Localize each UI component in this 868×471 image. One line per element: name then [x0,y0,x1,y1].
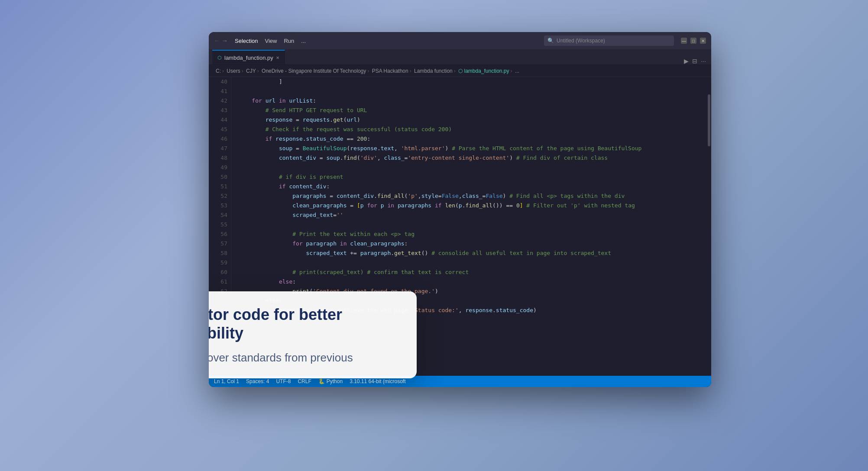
code-line-43: # Send HTTP GET request to URL [238,106,707,115]
maximize-button[interactable]: □ [690,38,696,44]
more-actions-button[interactable]: ··· [701,58,706,65]
run-controls: ▶ ⊟ ··· [679,58,711,65]
code-line-44: response = requests.get(url) [238,115,707,125]
code-line-54: scraped_text='' [238,210,707,220]
code-line-60: # print(scraped_text) # confirm that tex… [238,268,707,277]
minimize-button[interactable]: — [681,38,687,44]
slide-bullet-1: Bring over standards from previous [209,351,399,365]
forward-arrow[interactable]: → [222,37,228,44]
bc-users: Users [227,68,240,74]
code-line-61: else: [238,277,707,287]
bc-hackathon: PSA Hackathon [372,68,408,74]
line-num-49: 49 [214,163,227,172]
bc-c: C: [216,68,221,74]
status-line-ending[interactable]: CRLF [298,378,311,384]
slide-title: Refactor code for better readability [209,305,399,342]
back-arrow[interactable]: ← [214,37,220,44]
line-num-46: 46 [214,134,227,144]
search-bar[interactable]: 🔍 Untitled (Workspace) [544,35,674,46]
code-line-52: paragraphs = content_div.find_all('p',st… [238,191,707,201]
code-line-59 [238,258,707,268]
line-num-52: 52 [214,191,227,201]
code-line-57: for paragraph in clean_paragraphs: [238,239,707,248]
title-bar: ← → Selection View Run ... 🔍 Untitled (W… [209,32,711,49]
line-num-43: 43 [214,106,227,115]
status-version[interactable]: 3.10.11 64-bit (microsoft [350,378,405,384]
code-line-53: clean_paragraphs = [p for p in paragraph… [238,201,707,210]
status-encoding[interactable]: UTF-8 [276,378,291,384]
menu-bar: Selection View Run ... [235,38,541,44]
tab-file-icon: ⬡ [217,55,222,61]
line-num-51: 51 [214,182,227,191]
line-num-47: 47 [214,144,227,153]
run-button[interactable]: ▶ [684,58,689,65]
line-num-53: 53 [214,201,227,210]
scrollbar[interactable] [707,77,711,376]
line-num-50: 50 [214,172,227,182]
code-line-50: # if div is present [238,172,707,182]
line-num-44: 44 [214,115,227,125]
tab-close-button[interactable]: ✕ [276,55,279,60]
tab-filename: lambda_function.py [224,55,273,61]
split-editor-button[interactable]: ⊟ [692,58,697,65]
bc-lambda-folder: Lambda function [414,68,453,74]
nav-arrows: ← → [214,37,228,44]
code-line-51: if content_div: [238,182,707,191]
search-icon: 🔍 [547,38,554,44]
line-num-45: 45 [214,125,227,134]
python-icon: 🐍 [318,378,325,384]
slide-bullet-text-1: Bring over standards from previous [209,351,353,365]
line-num-57: 57 [214,239,227,248]
vscode-window: ← → Selection View Run ... 🔍 Untitled (W… [209,32,711,387]
menu-selection[interactable]: Selection [235,38,258,44]
breadcrumb-path: C:› Users› CJY› OneDrive - Singapore Ins… [216,68,519,74]
line-num-40: 40 [214,77,227,87]
code-line-41 [238,87,707,96]
bc-cjy: CJY [246,68,256,74]
status-language[interactable]: 🐍 Python [318,378,343,384]
code-line-48: content_div = soup.find('div', class_='e… [238,153,707,163]
code-line-47: soup = BeautifulSoup(response.text, 'htm… [238,144,707,153]
code-line-49 [238,163,707,172]
code-line-58: scraped_text += paragraph.get_text() # c… [238,248,707,258]
code-line-55 [238,220,707,229]
search-text: Untitled (Workspace) [557,38,605,44]
breadcrumb: C:› Users› CJY› OneDrive - Singapore Ins… [209,65,711,77]
code-line-40: ] [238,77,707,87]
line-num-54: 54 [214,210,227,220]
line-num-56: 56 [214,229,227,239]
tab-bar: ⬡ lambda_function.py ✕ ▶ ⊟ ··· [209,49,711,65]
menu-run[interactable]: Run [284,38,294,44]
menu-view[interactable]: View [265,38,277,44]
line-num-55: 55 [214,220,227,229]
slide-overlay: Refactor code for better readability Bri… [209,291,417,378]
bc-file: ⬡ lambda_function.py [458,68,509,74]
window-controls: — □ ✕ [681,38,706,44]
line-num-48: 48 [214,153,227,163]
close-button[interactable]: ✕ [700,38,706,44]
bc-ellipsis: ... [515,68,519,74]
line-num-42: 42 [214,96,227,106]
line-num-59: 59 [214,258,227,268]
status-position[interactable]: Ln 1, Col 1 [214,378,239,384]
line-num-58: 58 [214,248,227,258]
code-line-42: for url in urlList: [238,96,707,106]
line-num-60: 60 [214,268,227,277]
scrollbar-thumb[interactable] [708,94,710,146]
line-num-61: 61 [214,277,227,287]
bc-onedrive: OneDrive - Singapore Institute Of Techno… [262,68,366,74]
code-line-46: if response.status_code == 200: [238,134,707,144]
line-num-41: 41 [214,87,227,96]
status-language-name: Python [327,378,343,384]
menu-more[interactable]: ... [301,38,306,44]
code-line-56: # Print the text within each <p> tag [238,229,707,239]
status-spaces[interactable]: Spaces: 4 [246,378,269,384]
tab-lambda-function[interactable]: ⬡ lambda_function.py ✕ [212,50,285,65]
code-line-45: # Check if the request was successful (s… [238,125,707,134]
